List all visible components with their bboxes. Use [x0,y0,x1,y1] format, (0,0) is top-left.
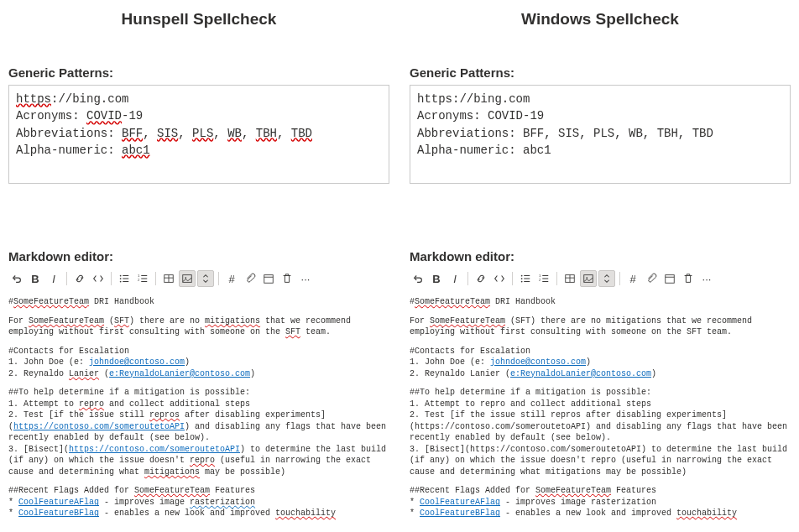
more-icon[interactable]: ··· [698,270,715,287]
undo-icon[interactable] [410,270,426,287]
bold-icon[interactable]: B [428,270,445,287]
hunspell-title: Hunspell Spellcheck [8,10,389,29]
bold-icon[interactable]: B [27,270,44,287]
hash-icon[interactable]: # [624,270,641,287]
italic-icon[interactable]: I [45,270,62,287]
pattern-line-abbrev: Abbreviations: BFF, SIS, PLS, WB, TBH, T… [417,125,783,142]
ol-icon[interactable]: 12 [134,270,151,287]
svg-point-0 [120,275,122,277]
pattern-line-abbrev: Abbreviations: BFF, SIS, PLS, WB, TBH, T… [16,125,382,142]
toolbar-separator [556,272,557,285]
editor-toolbar: B I 12 # ··· [410,269,791,291]
ul-icon[interactable] [116,270,133,287]
generic-patterns-box[interactable]: https://bing.com Acronyms: COVID-19 Abbr… [8,85,389,184]
markdown-editor-label: Markdown editor: [410,249,791,263]
pattern-line-alnum: Alpha-numeric: abc1 [16,142,382,159]
svg-point-9 [521,275,523,277]
comparison-page: Hunspell Spellcheck Generic Patterns: ht… [0,0,799,532]
ol-icon[interactable]: 12 [535,270,552,287]
more-icon[interactable]: ··· [297,270,314,287]
svg-point-11 [521,281,523,283]
pattern-line-url: https://bing.com [417,91,783,107]
svg-point-7 [185,277,186,279]
ul-icon[interactable] [517,270,534,287]
paperclip-icon[interactable] [242,270,258,287]
hunspell-column: Hunspell Spellcheck Generic Patterns: ht… [8,10,389,519]
svg-point-10 [521,278,523,279]
windows-title: Windows Spellcheck [410,10,791,29]
svg-rect-8 [264,275,274,284]
toolbar-separator [155,272,156,285]
updown-icon[interactable] [598,270,615,287]
calendar-icon[interactable] [661,270,678,287]
link-icon[interactable] [71,270,88,287]
generic-patterns-label: Generic Patterns: [410,65,791,80]
trash-icon[interactable] [279,270,295,287]
updown-icon[interactable] [197,270,214,287]
image-icon[interactable] [179,270,196,287]
pattern-line-url: https://bing.com [16,91,382,107]
toolbar-separator [512,272,513,285]
svg-point-2 [120,281,122,283]
markdown-content[interactable]: #SomeFeatureTeam DRI Handbook For SomeFe… [8,296,389,519]
table-icon[interactable] [160,270,177,287]
svg-text:2: 2 [138,278,140,282]
pattern-line-acronyms: Acronyms: COVID-19 [16,107,382,124]
editor-toolbar: B I 12 # ··· [8,269,389,291]
code-icon[interactable] [491,270,508,287]
markdown-editor-label: Markdown editor: [8,249,389,263]
toolbar-separator [619,272,620,285]
toolbar-separator [66,272,67,285]
image-icon[interactable] [580,270,597,287]
pattern-line-alnum: Alpha-numeric: abc1 [417,142,783,159]
svg-point-16 [586,277,588,279]
toolbar-separator [218,272,219,285]
undo-icon[interactable] [8,270,25,287]
svg-point-1 [120,278,122,279]
hash-icon[interactable]: # [223,270,240,287]
generic-patterns-box[interactable]: https://bing.com Acronyms: COVID-19 Abbr… [410,85,791,184]
pattern-line-acronyms: Acronyms: COVID-19 [417,107,783,124]
toolbar-separator [467,272,468,285]
svg-text:2: 2 [539,278,541,282]
generic-patterns-label: Generic Patterns: [8,65,389,80]
italic-icon[interactable]: I [446,270,463,287]
markdown-content[interactable]: #SomeFeatureTeam DRI Handbook For SomeFe… [410,296,791,519]
table-icon[interactable] [561,270,578,287]
windows-column: Windows Spellcheck Generic Patterns: htt… [410,10,791,519]
svg-rect-17 [666,275,675,284]
calendar-icon[interactable] [260,270,277,287]
link-icon[interactable] [473,270,489,287]
trash-icon[interactable] [680,270,697,287]
paperclip-icon[interactable] [643,270,660,287]
code-icon[interactable] [90,270,107,287]
toolbar-separator [111,272,112,285]
